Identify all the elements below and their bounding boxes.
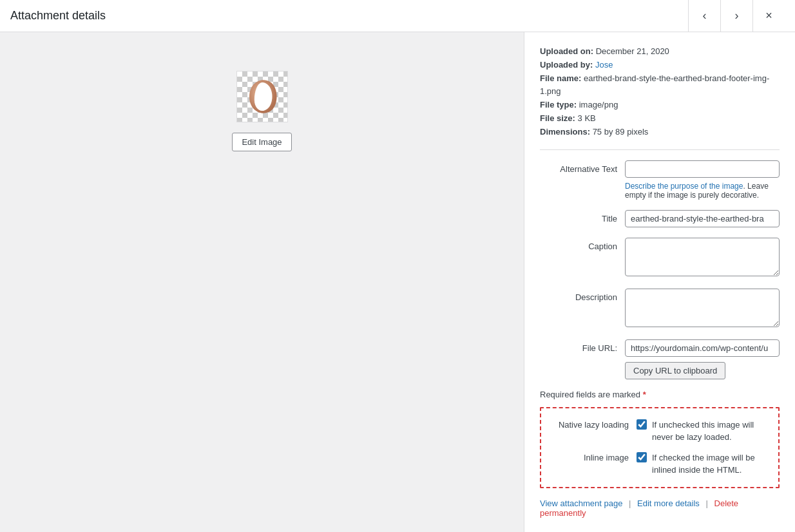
description-wrap <box>625 289 780 329</box>
view-attachment-link[interactable]: View attachment page <box>540 499 622 508</box>
title-label: Title <box>540 210 617 223</box>
caption-label: Caption <box>540 238 617 251</box>
dimensions-value: 75 by 89 pixels <box>593 127 649 137</box>
title-input[interactable] <box>625 210 780 227</box>
caption-wrap <box>625 238 780 278</box>
meta-section: Uploaded on: December 21, 2020 Uploaded … <box>540 45 780 150</box>
modal-body: Edit Image Uploaded on: December 21, 202… <box>0 32 795 532</box>
description-row: Description <box>540 289 780 329</box>
separator-2: | <box>706 499 708 508</box>
file-url-input[interactable] <box>625 339 780 357</box>
native-lazy-text: If unchecked this image will never be la… <box>652 419 768 444</box>
file-url-wrap: Copy URL to clipboard <box>625 339 780 379</box>
description-label: Description <box>540 289 617 302</box>
modal-header: Attachment details ‹ › × <box>0 0 795 32</box>
edit-image-button[interactable]: Edit Image <box>232 133 291 151</box>
native-lazy-label: Native lazy loading <box>551 419 629 430</box>
checker-background <box>236 71 288 122</box>
right-panel: Uploaded on: December 21, 2020 Uploaded … <box>524 32 795 532</box>
file-size-value: 3 KB <box>578 113 596 123</box>
inline-image-text: If checked the image will be inlined ins… <box>652 451 768 477</box>
uploaded-by-row: Uploaded by: Jose <box>540 59 780 72</box>
description-textarea[interactable] <box>625 289 780 327</box>
dimensions-label: Dimensions: <box>540 127 590 137</box>
file-size-label: File size: <box>540 113 575 123</box>
alt-text-hint-link[interactable]: Describe the purpose of the image <box>625 182 743 191</box>
alt-text-input[interactable] <box>625 160 780 178</box>
left-panel: Edit Image <box>0 32 524 532</box>
prev-button[interactable]: ‹ <box>688 0 720 32</box>
file-name-row: File name: earthed-brand-style-the-earth… <box>540 72 780 99</box>
file-url-row: File URL: Copy URL to clipboard <box>540 339 780 379</box>
copy-url-button[interactable]: Copy URL to clipboard <box>625 362 725 379</box>
uploaded-by-link[interactable]: Jose <box>595 60 613 70</box>
inline-image-content: If checked the image will be inlined ins… <box>637 451 768 477</box>
alt-text-label: Alternative Text <box>540 160 617 174</box>
required-asterisk: * <box>643 390 646 399</box>
caption-textarea[interactable] <box>625 238 780 276</box>
file-name-label: File name: <box>540 73 581 83</box>
file-type-value: image/png <box>579 100 618 109</box>
file-url-label: File URL: <box>540 339 617 353</box>
moon-svg <box>245 77 279 117</box>
alt-text-row: Alternative Text Describe the purpose of… <box>540 160 780 200</box>
next-button[interactable]: › <box>720 0 752 32</box>
dashed-box: Native lazy loading If unchecked this im… <box>540 407 780 488</box>
native-lazy-checkbox[interactable] <box>637 419 647 430</box>
inline-image-row: Inline image If checked the image will b… <box>551 451 768 477</box>
native-lazy-row: Native lazy loading If unchecked this im… <box>551 419 768 444</box>
image-preview <box>236 71 288 122</box>
file-size-row: File size: 3 KB <box>540 112 780 126</box>
modal-title: Attachment details <box>10 9 106 23</box>
native-lazy-content: If unchecked this image will never be la… <box>637 419 768 444</box>
uploaded-on-value: December 21, 2020 <box>596 46 669 56</box>
title-wrap <box>625 210 780 227</box>
close-button[interactable]: × <box>752 0 785 32</box>
uploaded-on-row: Uploaded on: December 21, 2020 <box>540 45 780 59</box>
file-type-label: File type: <box>540 100 577 109</box>
alt-text-wrap: Describe the purpose of the image. Leave… <box>625 160 780 200</box>
uploaded-on-label: Uploaded on: <box>540 46 593 56</box>
required-text: Required fields are marked <box>540 390 640 399</box>
footer-links: View attachment page | Edit more details… <box>540 499 780 518</box>
alt-text-hint: Describe the purpose of the image. Leave… <box>625 182 780 200</box>
form-section: Alternative Text Describe the purpose of… <box>540 160 780 379</box>
file-type-row: File type: image/png <box>540 99 780 112</box>
separator-1: | <box>629 499 631 508</box>
inline-image-checkbox[interactable] <box>637 452 647 462</box>
caption-row: Caption <box>540 238 780 278</box>
title-row: Title <box>540 210 780 227</box>
dimensions-row: Dimensions: 75 by 89 pixels <box>540 126 780 139</box>
header-nav: ‹ › × <box>688 0 785 32</box>
edit-more-link[interactable]: Edit more details <box>637 499 700 508</box>
inline-image-label: Inline image <box>551 451 629 462</box>
required-note: Required fields are marked * <box>540 390 780 399</box>
uploaded-by-label: Uploaded by: <box>540 60 593 70</box>
